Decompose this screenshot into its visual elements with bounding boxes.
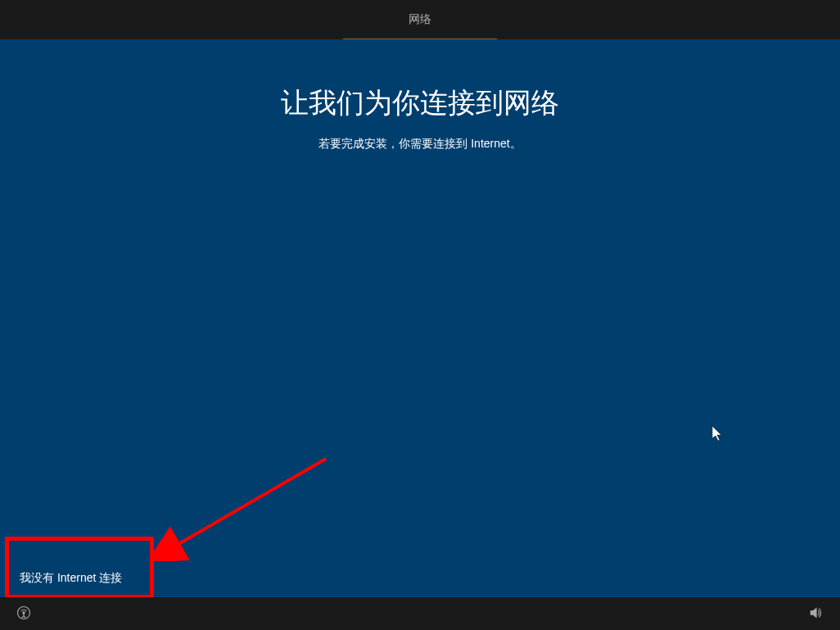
svg-marker-7: [811, 608, 816, 617]
page-subtitle: 若要完成安装，你需要连接到 Internet。: [0, 137, 840, 152]
svg-line-6: [24, 615, 25, 617]
main-content: 让我们为你连接到网络 若要完成安装，你需要连接到 Internet。: [0, 39, 840, 152]
footer-bar: [0, 597, 840, 630]
page-title: 让我们为你连接到网络: [0, 84, 840, 122]
ease-of-access-icon: [16, 605, 31, 623]
volume-icon: [809, 605, 824, 623]
no-internet-button[interactable]: 我没有 Internet 连接: [8, 563, 133, 594]
svg-line-1: [174, 459, 326, 546]
header-bar: 网络: [0, 0, 840, 39]
volume-button[interactable]: [806, 602, 827, 626]
tab-network[interactable]: 网络: [343, 1, 497, 39]
mouse-cursor-icon: [712, 426, 725, 446]
annotation-arrow: [154, 455, 334, 561]
ease-of-access-button[interactable]: [13, 602, 34, 626]
